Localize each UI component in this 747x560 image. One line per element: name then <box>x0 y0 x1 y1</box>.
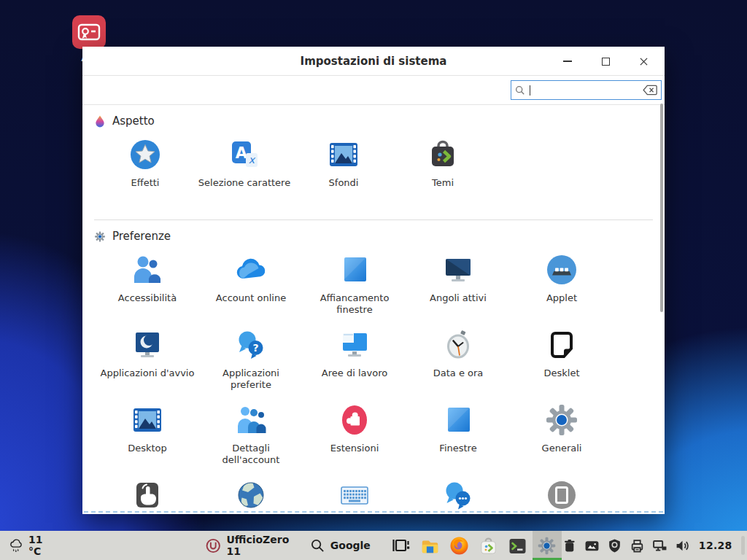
maximize-button[interactable] <box>597 53 614 69</box>
desklets-note-icon <box>544 327 579 362</box>
taskbar-app-software-manager[interactable] <box>474 531 503 560</box>
maximize-icon <box>602 58 610 66</box>
aruba-sign-desktop-icon[interactable] <box>71 15 107 50</box>
shield-icon[interactable] <box>607 538 622 553</box>
settings-item-aree-di-lavoro[interactable]: Aree di lavoro <box>303 327 406 396</box>
google-search-button[interactable]: Google <box>310 538 371 553</box>
menu-label: UfficioZero 11 <box>226 534 292 557</box>
weather-temperature: 11 °C <box>28 534 51 557</box>
settings-item-label: Accessibilità <box>118 292 177 304</box>
settings-item-angoli-attivi[interactable]: Angoli attivi <box>406 252 510 321</box>
extensions-puzzle-icon <box>337 402 372 438</box>
menu-button[interactable]: UfficioZero 11 <box>206 534 293 557</box>
section-header-preferenze: Preferenze <box>94 230 653 243</box>
startup-apps-monitor-moon-icon <box>130 327 165 362</box>
taskbar-app-file-manager[interactable] <box>416 531 445 560</box>
close-button[interactable] <box>635 53 651 69</box>
settings-item-gestures-hand[interactable] <box>96 478 199 513</box>
settings-item-label: Desktop <box>128 443 167 454</box>
settings-item-notifications-bubbles[interactable] <box>406 478 510 513</box>
settings-item-data-e-ora[interactable]: Data e ora <box>406 327 510 396</box>
section-title: Aspetto <box>112 114 155 128</box>
settings-item-applicazioni-preferite[interactable]: ? Applicazioni preferite <box>199 327 303 396</box>
clock[interactable]: 12.28 <box>699 540 732 551</box>
settings-item-affiancamento-finestre[interactable]: Affiancamento finestre <box>303 252 406 321</box>
taskbar-app-system-settings[interactable] <box>533 531 562 560</box>
taskbar: 11 °C UfficioZero 11 Google <box>0 531 747 560</box>
settings-item-languages-globe[interactable] <box>199 478 303 513</box>
applets-circle-icon <box>544 252 579 287</box>
printer-icon[interactable] <box>630 538 645 553</box>
settings-item-estensioni[interactable]: Estensioni <box>303 402 406 471</box>
minimize-button[interactable] <box>560 53 576 69</box>
settings-item-label: Data e ora <box>433 368 484 379</box>
settings-item-desktop[interactable]: Desktop <box>96 402 199 471</box>
effects-star-icon <box>128 137 163 172</box>
date-time-clock-icon <box>441 327 476 362</box>
software-manager-icon <box>479 536 498 556</box>
show-desktop-strip[interactable] <box>741 536 745 555</box>
accessibility-people-icon <box>130 252 165 287</box>
trash-icon[interactable] <box>562 538 577 553</box>
screenshot-icon[interactable] <box>584 538 600 553</box>
taskbar-app-window-list[interactable] <box>387 531 416 560</box>
workspaces-monitor-icon <box>337 327 372 362</box>
settings-item-account-online[interactable]: Account online <box>199 252 303 321</box>
settings-item-desklet[interactable]: Desklet <box>510 327 614 396</box>
settings-item-applet[interactable]: Applet <box>510 252 614 321</box>
weather-applet[interactable]: 11 °C <box>0 534 51 557</box>
minimize-icon <box>563 61 572 62</box>
search-icon <box>515 85 525 96</box>
settings-item-dettagli-dell-account[interactable]: Dettagli dell'account <box>199 402 303 471</box>
search-input[interactable] <box>511 80 662 100</box>
settings-item-label: Selezione carattere <box>198 177 290 189</box>
search-icon <box>310 538 325 553</box>
search-row <box>82 76 665 105</box>
settings-item-label: Generali <box>542 443 582 454</box>
settings-item-label: Applicazioni preferite <box>204 368 298 390</box>
settings-item-sfondi[interactable]: Sfondi <box>294 137 393 206</box>
section-aspetto: Aspetto Effetti Ax Selezione carattere S… <box>94 114 653 212</box>
taskbar-app-firefox[interactable] <box>445 531 474 560</box>
rain-cloud-icon <box>9 536 23 556</box>
settings-item-effetti[interactable]: Effetti <box>96 137 195 206</box>
tile-grid-preferenze: Accessibilità Account online Affiancamen… <box>94 252 653 513</box>
settings-item-screensaver-circle[interactable] <box>510 478 614 513</box>
settings-item-label: Finestre <box>439 443 476 454</box>
hot-corners-monitor-icon <box>441 252 476 287</box>
volume-icon[interactable] <box>675 538 690 553</box>
window-titlebar[interactable]: Impostazioni di sistema <box>82 47 665 76</box>
settings-item-finestre[interactable]: Finestre <box>406 402 510 471</box>
section-preferenze: Preferenze Accessibilità Account online … <box>94 230 653 513</box>
account-details-people-icon <box>233 402 268 438</box>
tile-grid-aspetto: Effetti Ax Selezione carattere Sfondi Te… <box>94 137 653 212</box>
settings-item-temi[interactable]: Temi <box>393 137 492 206</box>
window-tiling-square-icon <box>337 252 372 287</box>
gear-icon <box>94 230 106 243</box>
settings-item-generali[interactable]: Generali <box>510 402 614 471</box>
vertical-scrollbar[interactable] <box>660 104 663 312</box>
close-icon <box>640 58 648 66</box>
settings-item-label: Applicazioni d'avvio <box>101 368 195 379</box>
themes-bag-icon <box>425 137 460 172</box>
taskbar-app-terminal[interactable] <box>503 531 533 560</box>
settings-item-applicazioni-d-avvio[interactable]: Applicazioni d'avvio <box>96 327 199 396</box>
languages-globe-icon <box>233 478 268 513</box>
settings-item-selezione-carattere[interactable]: Ax Selezione carattere <box>195 137 294 206</box>
clear-search-icon[interactable] <box>643 85 657 96</box>
settings-item-label: Sfondi <box>329 177 359 189</box>
settings-item-label: Account online <box>216 292 286 304</box>
settings-item-metodo-di[interactable]: Metodo di <box>303 478 406 513</box>
general-gear-icon <box>544 402 579 438</box>
system-settings-icon <box>537 536 557 556</box>
online-accounts-cloud-icon <box>233 252 268 287</box>
google-search-label: Google <box>330 540 371 551</box>
settings-item-accessibilita[interactable]: Accessibilità <box>96 252 199 321</box>
windows-square-icon <box>441 402 476 438</box>
section-divider <box>94 219 653 220</box>
favorite-apps-bubbles-icon: ? <box>233 327 268 362</box>
input-method-keyboard-icon <box>337 478 372 513</box>
section-title: Preferenze <box>112 230 171 243</box>
settings-content: Aspetto Effetti Ax Selezione carattere S… <box>82 105 665 513</box>
network-icon[interactable] <box>652 538 667 553</box>
